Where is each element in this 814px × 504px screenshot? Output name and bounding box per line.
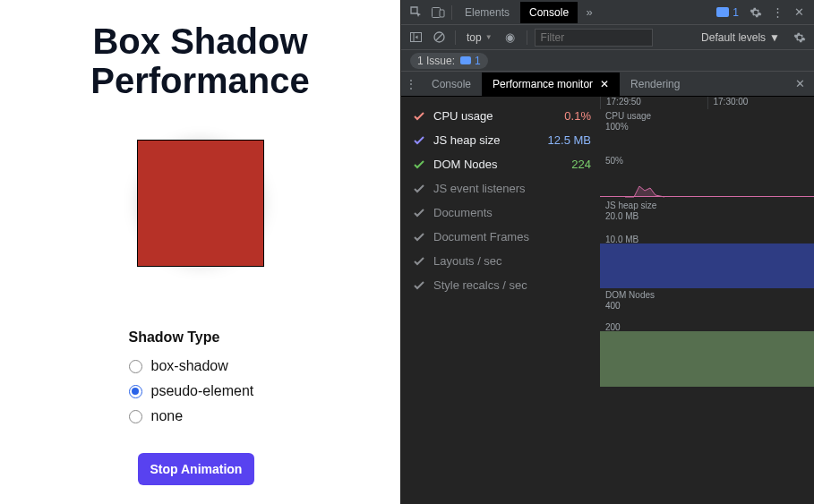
separator <box>451 5 452 20</box>
check-icon <box>414 184 426 193</box>
drawer-menu-icon[interactable]: ⋮ <box>401 78 421 90</box>
metric-label: CPU usage <box>433 109 564 123</box>
radio-label: pseudo-element <box>151 383 254 399</box>
check-icon <box>414 281 426 290</box>
settings-icon[interactable] <box>746 3 766 22</box>
radio-label: none <box>151 408 184 424</box>
chat-icon <box>716 7 729 17</box>
metric-label: DOM Nodes <box>433 158 571 171</box>
clear-console-icon[interactable] <box>430 29 448 47</box>
demo-box-container <box>137 140 264 267</box>
console-filter-input[interactable] <box>535 29 653 47</box>
radio-icon <box>129 410 142 423</box>
title-line-2: Performance <box>90 61 310 100</box>
graph-title: CPU usage <box>605 111 651 121</box>
metric-label: Layouts / sec <box>433 254 591 268</box>
tab-console[interactable]: Console <box>520 2 578 23</box>
levels-label: Default levels <box>701 31 766 44</box>
radio-option-box-shadow[interactable]: box-shadow <box>129 358 272 374</box>
metric-value: 12.5 MB <box>548 133 591 147</box>
issues-bar: 1 Issue: 1 <box>401 50 814 72</box>
cpu-usage-graph: CPU usage 100% 50% <box>600 109 814 199</box>
drawer-tab-label: Performance monitor <box>493 78 593 90</box>
log-levels-select[interactable]: Default levels ▼ <box>696 30 785 46</box>
metric-row-layouts-sec[interactable]: Layouts / sec <box>414 249 591 273</box>
radio-icon <box>129 385 142 398</box>
graph-area <box>600 331 814 387</box>
metric-label: JS heap size <box>433 133 548 147</box>
svg-rect-1 <box>440 10 444 17</box>
inspect-element-icon[interactable] <box>407 3 426 22</box>
more-tabs-icon[interactable]: » <box>579 3 599 22</box>
dropdown-icon: ▼ <box>769 31 780 44</box>
graph-title: DOM Nodes <box>605 290 655 300</box>
timestamp: 17:30:00 <box>707 97 815 109</box>
check-icon <box>414 160 426 169</box>
messages-count: 1 <box>733 6 739 19</box>
metric-row-js-heap-size[interactable]: JS heap size12.5 MB <box>414 128 591 152</box>
kebab-menu-icon[interactable]: ⋮ <box>767 3 787 22</box>
timeline: 17:29:50 17:30:00 <box>600 97 814 109</box>
metric-value: 224 <box>571 158 591 171</box>
close-tab-icon[interactable]: ✕ <box>600 78 609 90</box>
issues-label: 1 Issue: <box>417 55 455 67</box>
devtools-main-toolbar: Elements Console » 1 ⋮ ✕ <box>401 0 814 25</box>
close-drawer-icon[interactable]: ✕ <box>786 77 814 90</box>
tab-elements[interactable]: Elements <box>456 2 518 23</box>
graph-scale-top: 100% <box>605 122 629 132</box>
close-devtools-icon[interactable]: ✕ <box>789 3 809 22</box>
messages-badge[interactable]: 1 <box>711 6 744 19</box>
metric-row-js-event-listeners[interactable]: JS event listeners <box>414 176 591 201</box>
metrics-list: CPU usage0.1%JS heap size12.5 MBDOM Node… <box>401 97 600 504</box>
live-expression-icon[interactable]: ◉ <box>501 29 519 47</box>
metric-row-cpu-usage[interactable]: CPU usage0.1% <box>414 104 591 128</box>
console-settings-icon[interactable] <box>791 29 809 47</box>
drawer-tab-rendering[interactable]: Rendering <box>620 73 690 96</box>
check-icon <box>414 233 426 242</box>
device-toolbar-icon[interactable] <box>428 3 448 22</box>
svg-rect-0 <box>432 7 440 17</box>
js-heap-graph: JS heap size 20.0 MB 10.0 MB <box>600 199 814 288</box>
metric-label: Style recalcs / sec <box>433 278 591 292</box>
performance-monitor-panel: CPU usage0.1%JS heap size12.5 MBDOM Node… <box>401 97 814 504</box>
stop-animation-button[interactable]: Stop Animation <box>138 453 255 485</box>
metric-label: Documents <box>433 206 591 219</box>
metric-label: Document Frames <box>433 230 591 243</box>
graph-title: JS heap size <box>605 201 656 210</box>
title-line-1: Box Shadow <box>92 21 307 61</box>
issues-count: 1 <box>475 55 481 67</box>
drawer-tabs: ⋮ Console Performance monitor ✕ Renderin… <box>401 72 814 97</box>
metric-row-document-frames[interactable]: Document Frames <box>414 225 591 249</box>
check-icon <box>414 209 426 218</box>
chat-icon <box>460 56 471 64</box>
controls-heading: Shadow Type <box>129 329 272 346</box>
issues-pill[interactable]: 1 Issue: 1 <box>410 53 488 69</box>
demo-page: Box Shadow Performance Shadow Type box-s… <box>0 0 400 504</box>
console-sidebar-toggle-icon[interactable] <box>407 29 424 47</box>
metric-row-documents[interactable]: Documents <box>414 201 591 225</box>
context-label: top <box>467 31 482 44</box>
graph-scale-top: 400 <box>605 301 621 311</box>
devtools-panel: Elements Console » 1 ⋮ ✕ top ▼ ◉ Default… <box>400 0 814 504</box>
execution-context-select[interactable]: top ▼ <box>463 30 496 46</box>
metric-label: JS event listeners <box>433 182 591 195</box>
separator <box>527 30 527 45</box>
metric-value: 0.1% <box>564 109 591 123</box>
check-icon <box>414 112 426 121</box>
metrics-graphs: 17:29:50 17:30:00 CPU usage 100% 50% JS … <box>600 97 814 504</box>
check-icon <box>414 257 426 266</box>
graph-scale-mid: 50% <box>605 156 623 166</box>
timestamp: 17:29:50 <box>600 97 707 109</box>
drawer-tab-performance-monitor[interactable]: Performance monitor ✕ <box>482 73 620 96</box>
metric-row-style-recalcs-sec[interactable]: Style recalcs / sec <box>414 273 591 297</box>
radio-option-pseudo-element[interactable]: pseudo-element <box>129 383 272 399</box>
drawer-tab-console[interactable]: Console <box>421 73 482 96</box>
demo-box <box>137 140 264 267</box>
check-icon <box>414 136 426 145</box>
radio-option-none[interactable]: none <box>129 408 272 424</box>
graph-scale-top: 20.0 MB <box>605 211 638 221</box>
controls-panel: Shadow Type box-shadowpseudo-elementnone… <box>129 329 272 485</box>
separator <box>455 30 456 45</box>
graph-spike <box>625 183 664 198</box>
metric-row-dom-nodes[interactable]: DOM Nodes224 <box>414 152 591 176</box>
